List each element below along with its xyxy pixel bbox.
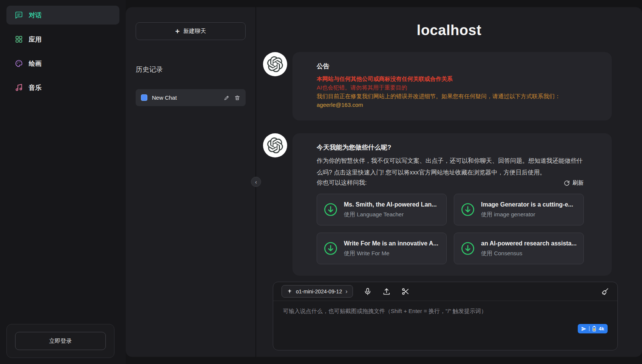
assistant-avatar bbox=[263, 52, 287, 76]
message-input[interactable] bbox=[273, 301, 617, 331]
sidebar-item-chat[interactable]: 对话 bbox=[6, 6, 119, 25]
sidebar-item-drawing[interactable]: 绘画 bbox=[6, 54, 119, 73]
music-note-icon bbox=[15, 83, 23, 92]
welcome-message: 今天我能为您做些什么呢? 作为你的智慧伙伴，我不仅可以写文案、出点子，还可以和你… bbox=[256, 133, 642, 276]
scissors-icon bbox=[401, 287, 410, 296]
suggestion-subtitle: 使用 Consensus bbox=[481, 250, 577, 257]
login-card: 立即登录 bbox=[6, 324, 114, 358]
welcome-title: 今天我能为您做些什么呢? bbox=[317, 143, 584, 152]
sidebar-item-label: 绘画 bbox=[29, 59, 42, 68]
chat-window: + 新建聊天 历史记录 New Chat localhost 公告 bbox=[126, 7, 642, 357]
upload-icon bbox=[382, 287, 391, 296]
refresh-icon bbox=[564, 180, 570, 186]
suggestion-card[interactable]: Write For Me is an innovative A... 使用 Wr… bbox=[317, 233, 447, 264]
suggestion-title: an AI-powered research assista... bbox=[481, 240, 577, 247]
announcement-title: 公告 bbox=[317, 62, 584, 71]
openai-logo-icon bbox=[267, 56, 283, 72]
sidebar-item-music[interactable]: 音乐 bbox=[6, 78, 119, 97]
announcement-line2: AI也会犯错。请勿将其用于重要目的 bbox=[317, 83, 584, 92]
clear-button[interactable] bbox=[601, 287, 609, 296]
scissors-button[interactable] bbox=[401, 287, 410, 296]
sidebar-item-label: 应用 bbox=[29, 35, 42, 44]
announcement-message: 公告 本网站与任何其他公司或商标没有任何关联或合作关系 AI也会犯错。请勿将其用… bbox=[256, 52, 642, 120]
download-circle-icon bbox=[460, 241, 475, 256]
send-icon bbox=[581, 326, 586, 332]
upload-button[interactable] bbox=[382, 287, 391, 296]
delete-icon[interactable] bbox=[234, 95, 240, 101]
suggestion-card[interactable]: an AI-powered research assista... 使用 Con… bbox=[454, 233, 584, 264]
assistant-avatar bbox=[263, 133, 287, 157]
welcome-bubble: 今天我能为您做些什么呢? 作为你的智慧伙伴，我不仅可以写文案、出点子，还可以和你… bbox=[292, 133, 612, 276]
palette-icon bbox=[15, 59, 23, 68]
apps-grid-icon bbox=[15, 35, 23, 43]
new-chat-button[interactable]: + 新建聊天 bbox=[136, 22, 246, 40]
sidebar-item-label: 对话 bbox=[29, 11, 42, 20]
suggestion-subtitle: 使用 Write For Me bbox=[344, 250, 438, 257]
badge-divider bbox=[589, 326, 589, 331]
suggestion-title: Image Generator is a cutting-e... bbox=[481, 201, 573, 208]
chat-item-title: New Chat bbox=[152, 94, 219, 101]
announcement-line1: 本网站与任何其他公司或商标没有任何关联或合作关系 bbox=[317, 74, 584, 83]
refresh-label: 刷新 bbox=[572, 179, 584, 187]
suggestion-subtitle: 使用 image generator bbox=[481, 211, 573, 218]
chat-item-icon bbox=[141, 94, 147, 101]
collapse-sidebar-button[interactable]: ‹ bbox=[251, 177, 261, 187]
chat-bubble-icon bbox=[15, 11, 23, 19]
chevron-right-icon: › bbox=[345, 288, 347, 295]
chat-list-panel: + 新建聊天 历史记录 New Chat bbox=[126, 7, 256, 357]
model-sparkle-icon bbox=[287, 288, 292, 294]
suggestion-subtitle: 使用 Language Teacher bbox=[344, 211, 437, 218]
suggestion-card[interactable]: Ms. Smith, the AI-powered Lan... 使用 Lang… bbox=[317, 194, 447, 225]
model-selector[interactable]: o1-mini-2024-09-12 › bbox=[282, 285, 353, 298]
mic-button[interactable] bbox=[364, 287, 372, 296]
history-list-item[interactable]: New Chat bbox=[136, 89, 246, 106]
download-circle-icon bbox=[460, 202, 475, 217]
sidebar-item-apps[interactable]: 应用 bbox=[6, 30, 119, 49]
main-chat-area: localhost 公告 本网站与任何其他公司或商标没有任何关联或合作关系 AI… bbox=[256, 7, 642, 357]
battery-icon bbox=[592, 326, 596, 332]
composer: o1-mini-2024-09-12 › bbox=[273, 282, 618, 350]
contact-email-link[interactable]: ageerle@163.com bbox=[317, 100, 584, 109]
sidebar-item-label: 音乐 bbox=[29, 83, 42, 92]
login-button[interactable]: 立即登录 bbox=[15, 332, 106, 350]
new-chat-label: 新建聊天 bbox=[183, 28, 206, 35]
chevron-left-icon: ‹ bbox=[255, 179, 257, 185]
page-title: localhost bbox=[256, 22, 642, 39]
download-circle-icon bbox=[323, 241, 338, 256]
suggestion-title: Write For Me is an innovative A... bbox=[344, 240, 438, 247]
suggestion-card[interactable]: Image Generator is a cutting-e... 使用 ima… bbox=[454, 194, 584, 225]
broom-icon bbox=[601, 287, 609, 296]
edit-icon[interactable] bbox=[224, 95, 230, 101]
suggestion-title: Ms. Smith, the AI-powered Lan... bbox=[344, 201, 437, 208]
mic-icon bbox=[364, 287, 372, 296]
composer-toolbar: o1-mini-2024-09-12 › bbox=[273, 282, 617, 301]
announcement-bubble: 公告 本网站与任何其他公司或商标没有任何关联或合作关系 AI也会犯错。请勿将其用… bbox=[292, 52, 612, 120]
refresh-button[interactable]: 刷新 bbox=[564, 179, 584, 187]
suggestion-grid: Ms. Smith, the AI-powered Lan... 使用 Lang… bbox=[317, 194, 584, 264]
welcome-body: 作为你的智慧伙伴，我不仅可以写文案、出点子，还可以和你聊天、回答问题。想知道我还… bbox=[317, 155, 584, 178]
history-title: 历史记录 bbox=[136, 65, 246, 74]
announcement-line3: 我们目前正在修复我们网站上的错误并改进细节。如果您有任何疑问，请通过以下方式联系… bbox=[317, 92, 584, 100]
openai-logo-icon bbox=[267, 137, 283, 153]
send-token-badge[interactable]: 4k bbox=[578, 324, 608, 333]
sidebar: 对话 应用 绘画 音乐 立即登录 bbox=[0, 0, 126, 364]
download-circle-icon bbox=[323, 202, 338, 217]
token-count: 4k bbox=[599, 326, 604, 332]
ask-hint: 你也可以这样问我: bbox=[317, 179, 367, 187]
plus-icon: + bbox=[175, 28, 180, 35]
model-name: o1-mini-2024-09-12 bbox=[296, 288, 342, 295]
